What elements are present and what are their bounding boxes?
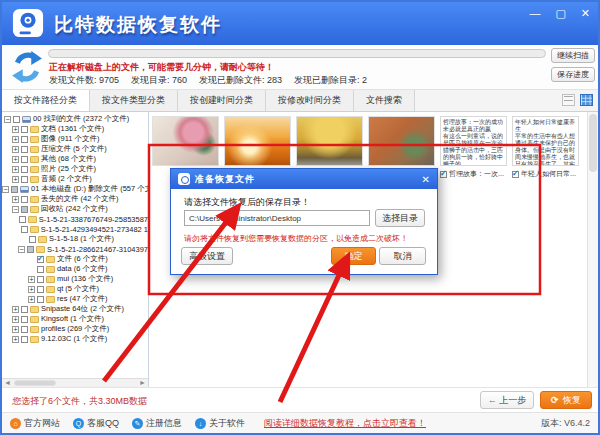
tree-item[interactable]: +丢失的文件 (42 个文件) [2, 194, 148, 204]
checkbox[interactable] [21, 136, 28, 143]
expand-icon[interactable]: + [28, 296, 35, 303]
tree-item[interactable]: +qt (5 个文件) [2, 284, 148, 294]
tree-item[interactable]: −S-1-5-21-286621467-3104397 [2, 244, 148, 254]
tree-item[interactable]: −01 本地磁盘 (D:) 删除文件 (557 个文件) [2, 184, 148, 194]
tree-item[interactable]: data (6 个文件) [2, 264, 148, 274]
checkbox[interactable] [440, 171, 447, 178]
thumbnail-rose-photo[interactable] [152, 116, 219, 166]
tutorial-link[interactable]: 阅读详细数据恢复教程，点击立即查看！ [264, 417, 426, 430]
tab-按文件类型分类[interactable]: 按文件类型分类 [90, 90, 178, 111]
expand-icon[interactable]: + [12, 316, 19, 323]
tree-item[interactable]: +9.12.03C (1 个文件) [2, 334, 148, 344]
file-preview-story[interactable]: 哲理故事：一次的成功未必就是真正的嬴 有这么一则童话，说的是匹马放猿原在一次追猎… [440, 116, 507, 166]
advanced-settings-button[interactable]: 高级设置 [181, 247, 233, 265]
tab-文件搜索[interactable]: 文件搜索 [354, 90, 415, 111]
tree-item[interactable]: +图像 (911 个文件) [2, 134, 148, 144]
tree-item[interactable]: +res (47 个文件) [2, 294, 148, 304]
checkbox[interactable] [21, 316, 28, 323]
checkbox[interactable] [21, 126, 28, 133]
vertical-scrollbar[interactable] [587, 112, 598, 387]
checkbox[interactable] [37, 286, 44, 293]
grid-view-icon[interactable] [580, 94, 593, 106]
file-preview-health[interactable]: 年轻人如何日常健康养生 平常的生活中有些人想通过养生来保护自己的身体。但是由于没… [512, 116, 579, 166]
tree-item[interactable]: +音频 (2 个文件) [2, 174, 148, 184]
tree-item[interactable]: +Kingsoft (1 个文件) [2, 314, 148, 324]
checkbox[interactable] [21, 156, 28, 163]
tree-item[interactable]: S-1-5-21-4293494521-273482 1 [2, 224, 148, 234]
tree-item[interactable]: +照片 (25 个文件) [2, 164, 148, 174]
expand-icon[interactable]: + [12, 306, 19, 313]
checkbox[interactable] [29, 236, 36, 243]
select-directory-button[interactable]: 选择目录 [375, 209, 425, 227]
tree-item[interactable]: S-1-5-21-3387676749-25853587 [2, 214, 148, 224]
list-view-icon[interactable] [562, 94, 575, 106]
expand-icon[interactable]: + [12, 146, 19, 153]
checkbox[interactable] [11, 186, 18, 193]
tab-按文件路径分类[interactable]: 按文件路径分类 [2, 90, 90, 111]
expand-icon[interactable]: + [12, 166, 19, 173]
checkbox[interactable] [21, 146, 28, 153]
tree-item[interactable]: −00 找到的文件 (2372 个文件) [2, 114, 148, 124]
tree-item[interactable]: +文档 (1361 个文件) [2, 124, 148, 134]
expand-icon[interactable]: + [28, 276, 35, 283]
expand-icon[interactable]: + [12, 326, 19, 333]
tree-item[interactable]: +其他 (68 个文件) [2, 154, 148, 164]
tree-item[interactable]: +profiles (269 个文件) [2, 324, 148, 334]
tree-item[interactable]: +Snipaste 64位 (2 个文件) [2, 304, 148, 314]
tree-horizontal-scrollbar[interactable]: ◄ ► [2, 378, 148, 387]
checkbox[interactable] [37, 296, 44, 303]
save-progress-button[interactable]: 保存进度 [551, 67, 595, 82]
scrollbar-thumb[interactable] [14, 380, 56, 386]
checkbox[interactable] [21, 206, 28, 213]
back-button[interactable]: ← 上一步 [480, 391, 534, 409]
tree-item[interactable]: +压缩文件 (5 个文件) [2, 144, 148, 154]
checkbox[interactable] [21, 336, 28, 343]
close-icon[interactable]: ✕ [581, 6, 590, 20]
expand-icon[interactable]: + [12, 136, 19, 143]
continue-scan-button[interactable]: 继续扫描 [551, 48, 595, 63]
thumbnail-park-photo[interactable] [368, 116, 435, 166]
tree-item[interactable]: S-1-5-18 (1 个文件) [2, 234, 148, 244]
thumbnail-autumn-road-photo[interactable] [296, 116, 363, 166]
checkbox[interactable] [21, 306, 28, 313]
collapse-icon[interactable]: − [2, 186, 9, 193]
checkbox[interactable] [512, 171, 519, 178]
footer-link-客服QQ[interactable]: Q客服QQ [73, 417, 119, 430]
tree-item[interactable]: +mui (136 个文件) [2, 274, 148, 284]
expand-icon[interactable]: + [12, 196, 19, 203]
checkbox[interactable] [19, 216, 26, 223]
checkbox[interactable] [37, 266, 44, 273]
maximize-icon[interactable]: ▢ [555, 6, 565, 20]
checkbox[interactable] [21, 166, 28, 173]
tab-按修改时间分类[interactable]: 按修改时间分类 [266, 90, 354, 111]
collapse-icon[interactable]: − [18, 246, 25, 253]
expand-icon[interactable]: + [28, 286, 35, 293]
expand-icon[interactable]: + [12, 176, 19, 183]
collapse-icon[interactable]: − [12, 206, 19, 213]
checkbox[interactable] [37, 276, 44, 283]
checkbox[interactable] [13, 116, 20, 123]
expand-icon[interactable]: + [12, 336, 19, 343]
expand-icon[interactable]: + [12, 126, 19, 133]
expand-icon[interactable]: + [12, 156, 19, 163]
footer-link-关于软件[interactable]: ↓关于软件 [195, 417, 245, 430]
footer-link-注册信息[interactable]: ✎注册信息 [132, 417, 182, 430]
checkbox[interactable] [37, 256, 44, 263]
checkbox[interactable] [21, 176, 28, 183]
save-path-input[interactable] [184, 210, 370, 226]
scrollbar-thumb[interactable] [589, 114, 597, 172]
checkbox[interactable] [21, 326, 28, 333]
tab-按创建时间分类[interactable]: 按创建时间分类 [178, 90, 266, 111]
recover-button[interactable]: ⟳ 恢复 [540, 391, 592, 409]
thumbnail-sunset-photo[interactable] [224, 116, 291, 166]
checkbox[interactable] [27, 246, 34, 253]
cancel-button[interactable]: 取消 [379, 247, 426, 265]
tree-item[interactable]: −回收站 (242 个文件) [2, 204, 148, 214]
ok-button[interactable]: 确定 [331, 247, 376, 265]
checkbox[interactable] [21, 196, 28, 203]
collapse-icon[interactable]: − [4, 116, 11, 123]
footer-link-官方网站[interactable]: ⌂官方网站 [10, 417, 60, 430]
minimize-icon[interactable]: — [529, 6, 540, 20]
checkbox[interactable] [21, 226, 28, 233]
scroll-right-icon[interactable]: ► [139, 379, 146, 387]
